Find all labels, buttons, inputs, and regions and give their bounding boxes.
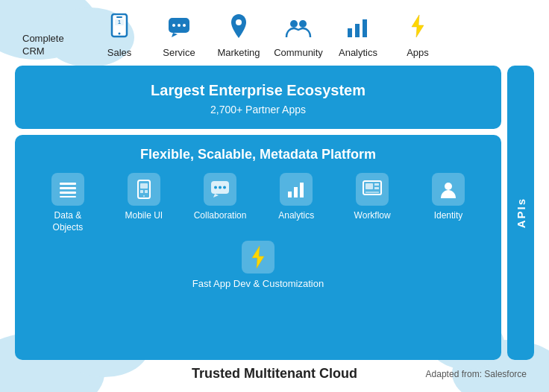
platform-item-mobile: Mobile UI — [118, 173, 170, 222]
svg-rect-30 — [300, 183, 304, 197]
nav-item-service[interactable]: Service — [149, 16, 209, 58]
mobile-ui-icon — [128, 173, 160, 206]
nav-item-community[interactable]: Community — [269, 16, 328, 58]
svg-rect-34 — [374, 187, 379, 189]
enterprise-title: Largest Enterprise Ecosystem — [30, 82, 486, 99]
chat-icon — [167, 16, 191, 44]
nav-label-service: Service — [163, 47, 195, 58]
nav-item-apps[interactable]: Apps — [388, 13, 448, 58]
svg-point-6 — [172, 24, 175, 27]
nav-label-sales: Sales — [107, 47, 132, 58]
analytics-label: Analytics — [278, 210, 314, 222]
svg-rect-35 — [366, 192, 379, 193]
collaboration-label: Collaboration — [194, 210, 247, 222]
mobile-ui-label: Mobile UI — [125, 210, 163, 222]
svg-point-9 — [236, 19, 242, 25]
svg-rect-14 — [363, 19, 367, 37]
svg-rect-18 — [60, 196, 76, 197]
platform-item-identity: Identity — [422, 173, 474, 222]
svg-rect-1 — [116, 16, 122, 18]
svg-rect-13 — [355, 24, 360, 37]
content-area: Largest Enterprise Ecosystem 2,700+ Part… — [15, 66, 534, 360]
svg-rect-28 — [288, 192, 292, 197]
svg-point-27 — [223, 186, 226, 189]
platform-icons-row: Data &Objects Mobile UI — [30, 173, 486, 233]
fast-app-row: Fast App Dev & Customization — [30, 241, 486, 289]
platform-item-workflow: Workflow — [346, 173, 398, 222]
nav-label-apps: Apps — [407, 47, 429, 58]
flexible-platform-panel: Flexible, Scalable, Metadata Platform Da… — [15, 135, 501, 360]
partner-apps-subtitle: 2,700+ Partner Apps — [30, 104, 486, 116]
location-icon — [230, 13, 248, 44]
workflow-icon — [356, 173, 389, 206]
nav-item-sales[interactable]: 1 Sales — [90, 13, 149, 58]
lightning-icon — [407, 13, 428, 44]
platform-item-data: Data &Objects — [42, 173, 94, 233]
nav-label-crm: Complete CRM — [22, 33, 64, 58]
identity-label: Identity — [434, 210, 463, 222]
svg-rect-32 — [366, 183, 373, 189]
platform-item-analytics: Analytics — [270, 173, 322, 222]
adapted-from-label: Adapted from: Salesforce — [407, 369, 527, 379]
analytics-icon — [280, 173, 313, 206]
trusted-cloud-label: Trusted Multitenant Cloud — [142, 366, 407, 382]
svg-point-2 — [119, 33, 121, 35]
enterprise-ecosystem-panel: Largest Enterprise Ecosystem 2,700+ Part… — [15, 66, 501, 129]
nav-item-marketing[interactable]: Marketing — [209, 13, 269, 58]
bottom-area: Trusted Multitenant Cloud Adapted from: … — [15, 360, 534, 385]
svg-rect-17 — [60, 192, 76, 194]
nav-label-marketing: Marketing — [217, 47, 260, 58]
main-container: Complete CRM 1 Sales — [0, 0, 549, 392]
collaboration-icon — [204, 173, 236, 206]
apis-label: APIs — [515, 197, 527, 228]
svg-rect-16 — [60, 187, 76, 189]
nav-label-community: Community — [274, 47, 323, 58]
fast-app-label: Fast App Dev & Customization — [192, 278, 324, 289]
identity-icon — [432, 173, 465, 206]
data-objects-icon — [51, 173, 84, 206]
svg-point-11 — [299, 20, 307, 28]
svg-point-25 — [214, 186, 217, 189]
workflow-label: Workflow — [354, 210, 391, 222]
svg-point-7 — [178, 24, 181, 27]
nav-item-analytics[interactable]: Analytics — [328, 18, 388, 58]
svg-point-26 — [219, 186, 222, 189]
svg-text:1: 1 — [118, 19, 121, 25]
bar-chart-icon — [346, 18, 370, 44]
nav-item-crm[interactable]: Complete CRM — [22, 33, 90, 58]
svg-point-36 — [445, 183, 452, 190]
svg-rect-33 — [374, 183, 379, 186]
svg-point-10 — [290, 20, 298, 28]
svg-rect-21 — [140, 190, 143, 193]
svg-point-8 — [183, 24, 186, 27]
svg-rect-29 — [294, 187, 298, 197]
svg-rect-20 — [140, 183, 148, 189]
svg-point-23 — [143, 195, 145, 197]
community-icon — [285, 16, 312, 44]
platform-title: Flexible, Scalable, Metadata Platform — [30, 147, 486, 162]
top-nav: Complete CRM 1 Sales — [15, 7, 534, 66]
svg-rect-22 — [145, 190, 148, 193]
svg-rect-15 — [60, 183, 76, 185]
fast-app-icon — [242, 241, 274, 274]
data-objects-label: Data &Objects — [53, 210, 84, 233]
nav-label-analytics: Analytics — [339, 47, 377, 58]
platform-item-collaboration: Collaboration — [194, 173, 247, 222]
svg-rect-12 — [348, 28, 352, 37]
apis-bar: APIs — [507, 66, 534, 360]
panels-column: Largest Enterprise Ecosystem 2,700+ Part… — [15, 66, 501, 360]
mobile-icon: 1 — [109, 13, 130, 44]
